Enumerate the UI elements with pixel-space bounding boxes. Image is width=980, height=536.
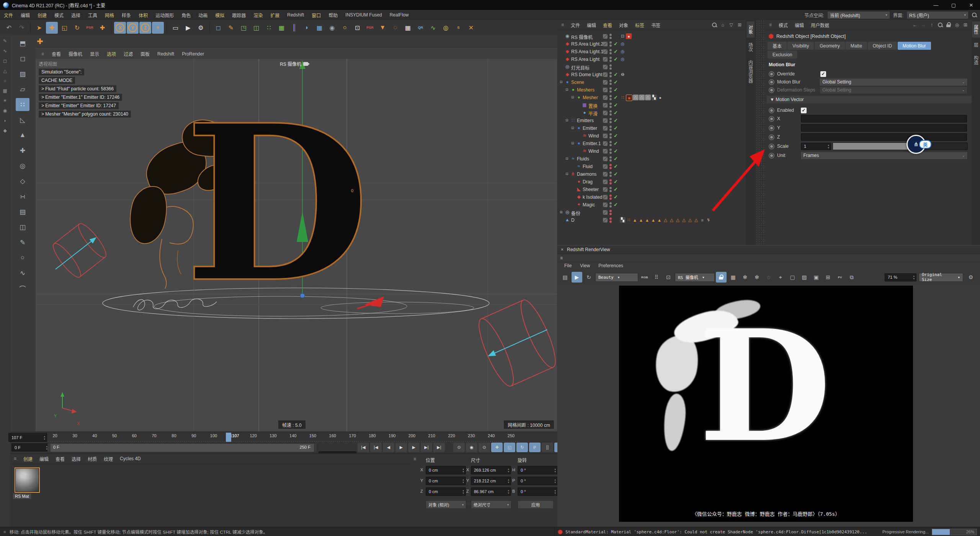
- scale-value-field[interactable]: 1▴▾: [801, 143, 831, 150]
- last-tool-icon[interactable]: ✚: [96, 22, 108, 34]
- snapshot-b-icon[interactable]: ✻: [751, 272, 762, 283]
- signal-plugin-icon[interactable]: S: [452, 22, 464, 34]
- edit-render-settings-icon[interactable]: ⚙: [195, 22, 207, 34]
- save-layers-icon[interactable]: ⊞: [823, 272, 833, 283]
- object-row-Meshers[interactable]: ⊟●Meshers✓: [557, 86, 746, 94]
- collapsed-light-icon[interactable]: ☀: [2, 97, 8, 104]
- coord-field-尺寸-Z[interactable]: 86.967 cm▴▾: [471, 487, 511, 496]
- editor-visibility-dot[interactable]: [609, 95, 612, 97]
- workplane-lock-icon[interactable]: ▤: [16, 205, 29, 218]
- menu-体积[interactable]: 体积: [135, 12, 152, 18]
- paint-tool-icon[interactable]: ✎: [16, 236, 29, 249]
- editor-visibility-dot[interactable]: [609, 118, 612, 120]
- undo-icon[interactable]: ↶: [3, 22, 15, 34]
- motion-vector-group-header[interactable]: ▼ Motion Vector: [767, 96, 972, 103]
- material-menu-创建[interactable]: 创建: [20, 456, 36, 462]
- spinner-icon[interactable]: ▴▾: [554, 489, 556, 494]
- menu-文件[interactable]: 文件: [0, 12, 17, 18]
- enabled-check-icon[interactable]: ✓: [614, 49, 618, 54]
- coord-mode-select[interactable]: 对象 (相对)▾: [426, 500, 466, 509]
- viewport-menu-面板[interactable]: 面板: [137, 51, 154, 57]
- editor-visibility-dot[interactable]: [609, 172, 612, 174]
- render-visibility-dot[interactable]: [609, 136, 612, 139]
- array-grid-icon[interactable]: ▦: [402, 22, 414, 34]
- keyframe-dot-icon[interactable]: [769, 108, 774, 113]
- node-space-select[interactable]: 当前 (Redshift)▾: [827, 11, 890, 19]
- uvw-tag-icon[interactable]: ▚: [620, 217, 626, 223]
- editor-visibility-dot[interactable]: [609, 194, 612, 197]
- uvw-tag-icon[interactable]: ▚: [651, 95, 657, 100]
- om-tab-内容浏览器[interactable]: 内容浏览器: [746, 57, 755, 87]
- enabled-check-icon[interactable]: ✓: [614, 79, 618, 85]
- visibility-dots[interactable]: [609, 172, 612, 178]
- object-manager-menu-icon[interactable]: ≡: [560, 22, 567, 28]
- render-visibility-dot[interactable]: [609, 52, 612, 54]
- collapse-icon[interactable]: ⊟: [571, 95, 574, 99]
- editor-visibility-dot[interactable]: [609, 202, 612, 204]
- visibility-dots[interactable]: [609, 133, 612, 139]
- render-visibility-dot[interactable]: [609, 44, 612, 47]
- move-icon[interactable]: ✚: [46, 22, 58, 34]
- visibility-dots[interactable]: [609, 156, 612, 162]
- viewport-camera-label[interactable]: RS 摄像机: [280, 60, 308, 67]
- menu-样条[interactable]: 样条: [118, 12, 135, 18]
- qr-plugin-icon[interactable]: QR: [415, 22, 426, 34]
- visibility-dots[interactable]: [609, 95, 612, 101]
- light-object-icon[interactable]: ○: [339, 22, 351, 34]
- collapse-icon[interactable]: ⊟: [565, 172, 568, 176]
- tab-Exclusion[interactable]: Exclusion: [768, 51, 797, 59]
- selection-tag-icon[interactable]: ∴: [639, 95, 645, 100]
- tri-o-tag-icon[interactable]: △: [663, 217, 668, 223]
- enabled-check-icon[interactable]: ✓: [614, 41, 618, 47]
- layer-toggle[interactable]: [603, 141, 608, 146]
- camera-object-icon[interactable]: ◉: [326, 22, 338, 34]
- object-row-Emitter[interactable]: ⊟●Emitter✓: [557, 124, 746, 132]
- coord-field-位置-Z[interactable]: 0 cm▴▾: [426, 487, 466, 496]
- editor-visibility-dot[interactable]: [609, 103, 612, 105]
- zoom-field[interactable]: 71 %▴▾: [885, 273, 916, 281]
- collapsed-tag-icon[interactable]: ◆: [2, 127, 8, 134]
- render-visibility-dot[interactable]: [609, 167, 612, 169]
- enabled-check-icon[interactable]: ✓: [614, 156, 618, 162]
- layer-toggle[interactable]: [603, 134, 608, 138]
- points-mode-icon[interactable]: ∷: [16, 98, 29, 111]
- tri-o-tag-icon[interactable]: △: [675, 217, 681, 223]
- render-visibility-dot[interactable]: [609, 60, 612, 62]
- attribute-menu-编辑[interactable]: 编辑: [791, 22, 807, 28]
- crop-region-icon[interactable]: ⊡: [663, 272, 674, 283]
- object-row-RS Area Light[interactable]: ◆RS Area Light✓◎: [557, 56, 746, 63]
- record-position-icon[interactable]: ✚: [491, 443, 503, 452]
- layer-toggle[interactable]: [603, 149, 608, 154]
- layer-toggle[interactable]: [603, 203, 608, 207]
- render-visibility-dot[interactable]: [609, 205, 612, 208]
- ab-compare-icon[interactable]: ◌: [763, 272, 774, 283]
- new-panel-icon[interactable]: ⊞: [962, 22, 969, 28]
- keyframe-dot-icon[interactable]: [769, 125, 774, 131]
- home-icon[interactable]: ⌂: [720, 22, 726, 28]
- tab-Object ID[interactable]: Object ID: [868, 42, 897, 50]
- layer-toggle[interactable]: [603, 180, 608, 184]
- render-view-icon[interactable]: ▭: [170, 22, 181, 34]
- tab-基本[interactable]: 基本: [768, 42, 787, 50]
- layer-toggle[interactable]: [603, 218, 608, 222]
- next-frame-icon[interactable]: ▶: [408, 443, 420, 452]
- layer-toggle[interactable]: [603, 164, 608, 169]
- wand-tag-icon[interactable]: ↯: [706, 217, 711, 223]
- render-visibility-dot[interactable]: [609, 106, 612, 108]
- polygons-mode-icon[interactable]: ▲: [16, 129, 29, 142]
- coord-field-旋转-B[interactable]: 0 °▴▾: [518, 487, 558, 496]
- viewport-menu-选项[interactable]: 选项: [103, 51, 120, 57]
- editor-visibility-dot[interactable]: [609, 110, 612, 113]
- psr-constraint-icon[interactable]: PSR: [364, 22, 376, 34]
- visibility-dots[interactable]: [609, 210, 612, 216]
- render-visibility-dot[interactable]: [609, 83, 612, 85]
- render-visibility-dot[interactable]: [609, 121, 612, 123]
- collapsed-pen-icon[interactable]: ✎: [2, 38, 8, 44]
- spinner-icon[interactable]: ▴▾: [913, 275, 915, 280]
- renderview-menu-File[interactable]: File: [560, 263, 575, 268]
- visibility-dots[interactable]: [609, 202, 612, 208]
- editor-visibility-dot[interactable]: [609, 41, 612, 44]
- render-visibility-dot[interactable]: [609, 213, 612, 215]
- editor-visibility-dot[interactable]: [609, 141, 612, 143]
- spline-mask-icon[interactable]: ║: [288, 22, 300, 34]
